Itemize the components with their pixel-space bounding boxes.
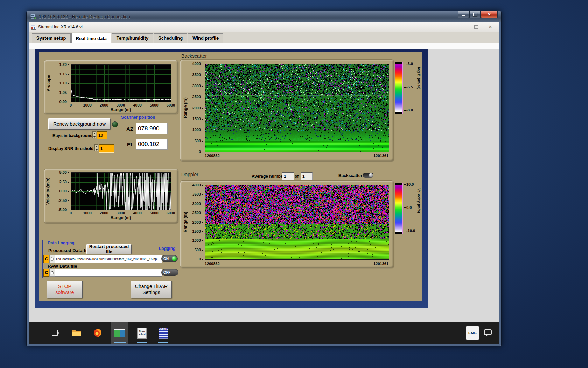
change-lidar-label: Change LiDAR [135,284,168,290]
vi-close-button[interactable]: ✕ [489,25,492,29]
backscatter-colorbar-label: log B (/m/sr) [417,67,421,108]
processed-data-file-label: Processed Data file [48,248,90,253]
spin-up-icon[interactable] [92,131,96,135]
week-doc-button[interactable]: WEEK [156,322,171,344]
week-label: WEEK [160,328,167,330]
background-controls-frame: Renew background now Rays in background … [43,114,178,159]
restart-processed-file-button[interactable]: Restart processed file [86,244,132,254]
ascope-plot [71,64,172,102]
vi-titlebar[interactable]: StreamLine XR v14-6.vi ✕ [29,22,499,32]
scan-sched-icon: Scan sched [137,328,147,339]
colorbar-cap [396,112,402,114]
tab-system-setup[interactable]: System setup [32,33,71,43]
spin-up-icon[interactable] [94,144,98,148]
raw-data-file-label: RAW Data file [48,264,77,269]
renew-background-button[interactable]: Renew background now [48,118,111,130]
rdp-titlebar[interactable]: 192.168.0.122 - Remote Desktop Connectio… [27,11,501,22]
velocity-x-axis-label: Range (m) [71,215,171,220]
main-panel: A-scope 1.201.151.101.050.99 01000200030… [39,52,422,301]
tab-scheduling[interactable]: Scheduling [154,33,187,43]
ascope-y-axis-label: A-scope [46,64,51,102]
vi-minimize-button[interactable] [460,27,464,27]
backscatter-graph: Range (m) 400035003000250020001500100050… [180,59,394,161]
doppler-y-axis-label: Range (m) [183,185,188,259]
ascope-graph: A-scope 1.201.151.101.050.99 01000200030… [44,60,178,114]
rays-value-field[interactable]: 10 [97,131,107,139]
scan-label: Scan [139,330,145,333]
green-led-icon [172,256,177,261]
on-label: ON [163,257,169,261]
snr-threshold-label: Display SNR threshold [48,146,93,151]
file-explorer-button[interactable] [69,322,84,344]
backscatter-heatmap [205,64,389,152]
rays-spinner[interactable] [92,131,96,138]
taskbar: Scan sched WEEK ENG [29,322,499,344]
average-number-field[interactable]: 1 [282,172,294,180]
tab-strip: System setup Real time data Temp/humidit… [29,32,499,43]
doppler-y-ticks: 40003500300025002000150010005000 [190,185,203,259]
snr-spinner[interactable] [94,144,98,151]
velocity-plot [71,172,172,210]
frame-divider-horizontal [43,141,119,141]
stop-software-button[interactable]: STOP software [47,281,83,298]
backscatter-colorbar-ticks: -3.0-5.5-8.0 [404,64,417,110]
doppler-colorbar-label: Velocity (m/s) [417,188,421,230]
velocity-y-ticks: 5.002.500.00-2.50-5.00 [52,172,69,210]
rdp-maximize-button[interactable] [469,11,481,18]
raw-drive-selector[interactable]: C [43,269,50,277]
snr-value-field[interactable]: 1 [99,144,114,153]
logging-label: Logging [159,246,175,251]
of-label: of [295,174,299,179]
rdp-close-button[interactable]: ✕ [481,11,498,18]
velocity-graph: Velocity (m/s) 5.002.500.00-2.50-5.00 01… [44,169,178,223]
language-indicator[interactable]: ENG [466,326,479,340]
file-icon [51,257,54,261]
panel-bottom-edge [29,309,499,309]
chat-icon[interactable] [484,329,492,337]
main-frame-border: A-scope 1.201.151.101.050.99 01000200030… [35,49,428,308]
front-panel: A-scope 1.201.151.101.050.99 01000200030… [29,49,499,322]
backscatter-colorbar [395,62,403,114]
vi-restore-button[interactable] [474,25,478,29]
processed-drive-selector[interactable]: C [43,255,50,263]
desktop: 192.168.0.122 - Remote Desktop Connectio… [0,0,588,368]
spin-down-icon[interactable] [92,135,96,138]
spin-down-icon[interactable] [94,148,98,151]
change-lidar-settings-button[interactable]: Change LiDAR Settings [131,281,172,298]
tab-real-time-data[interactable]: Real time data [71,33,111,43]
rays-in-background-label: Rays in background [52,133,93,138]
velocity-y-axis-label: Velocity (m/s) [46,172,50,210]
task-view-button[interactable] [48,322,63,344]
backscatter-y-axis-label: Range (m) [183,64,188,152]
active-app-button[interactable] [111,322,128,344]
az-label: AZ [126,126,133,132]
rdp-icon [30,14,36,19]
backscatter-toggle-label: Backscatter [338,173,362,178]
tab-temp-humidity[interactable]: Temp/humidity [112,33,153,43]
rdp-window-title: 192.168.0.122 - Remote Desktop Connectio… [39,14,130,19]
processed-logging-toggle[interactable]: ON [161,255,178,262]
panel-top-strip [29,43,499,49]
task-view-icon [51,328,60,338]
firefox-button[interactable] [90,322,105,344]
processed-browse-button[interactable] [49,255,55,263]
scanner-position-title: Scanner position [121,115,155,120]
close-icon: ✕ [488,12,491,17]
average-of-field[interactable]: 1 [301,172,313,180]
backscatter-toggle[interactable] [363,173,373,178]
doppler-graph: Range (m) 400035003000250020001500100050… [180,180,394,268]
ascope-y-ticks: 1.201.151.101.050.99 [53,64,69,102]
week-doc-icon: WEEK [159,328,168,339]
el-value-display: 000.102 [136,139,168,150]
backscatter-y-ticks: 40003500300025002000150010005000 [190,64,203,152]
raw-logging-toggle[interactable]: OFF [161,269,178,276]
rdp-minimize-button[interactable] [458,11,469,18]
scan-sched-button[interactable]: Scan sched [134,322,149,344]
tab-wind-profile[interactable]: Wind profile [188,33,223,43]
colorbar-gradient [396,64,402,112]
raw-browse-button[interactable] [49,269,55,277]
backscatter-title: Backscatter [181,53,207,59]
background-led-indicator [112,121,118,127]
processed-path-input[interactable]: C:\Lidar\Data\Proc\2023\202309\20230920\… [55,255,162,263]
raw-path-input[interactable] [55,269,162,277]
